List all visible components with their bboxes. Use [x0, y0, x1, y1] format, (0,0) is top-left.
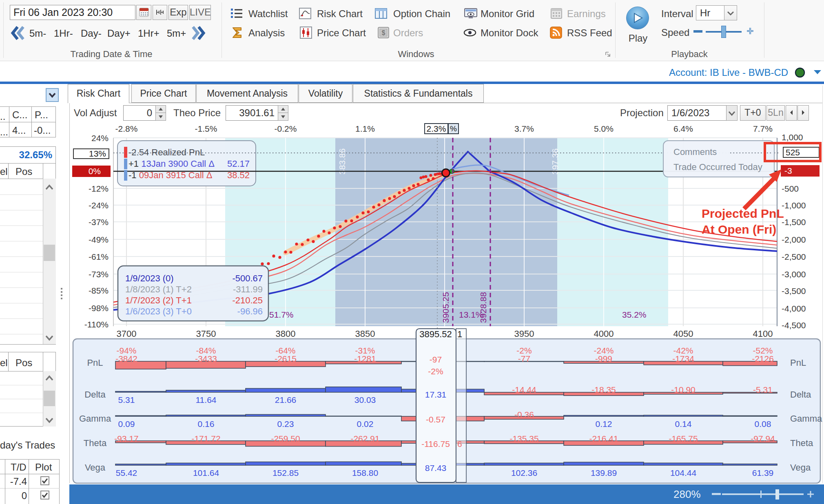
svg-text:383.86: 383.86	[337, 148, 347, 175]
svg-text:397.36: 397.36	[550, 148, 560, 175]
svg-text:$: $	[382, 29, 385, 36]
svg-text:3905.25: 3905.25	[441, 292, 450, 323]
